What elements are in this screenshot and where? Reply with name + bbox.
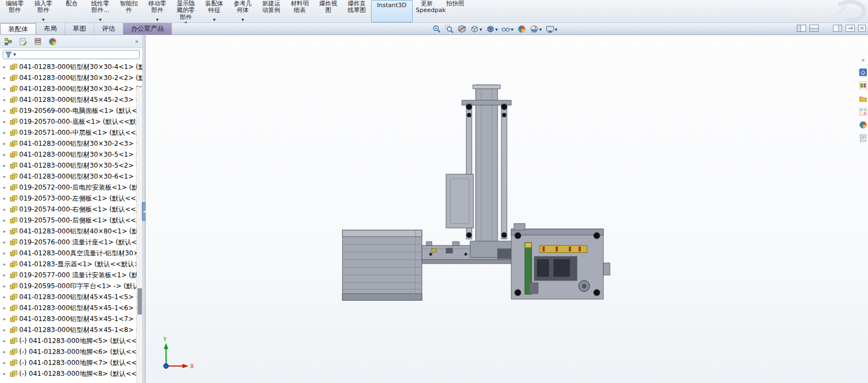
expand-arrow-icon[interactable]: ▸ <box>3 371 9 376</box>
tree-item[interactable]: ▸ 019-20573-000-左侧板<1> (默认<<默认>_显示状态 1>) <box>0 193 142 204</box>
tab-sketch[interactable]: 草图 <box>65 23 94 35</box>
smart-fasteners-button[interactable]: 智能扣件 ▼ <box>115 0 143 22</box>
tree-scrollbar-thumb[interactable] <box>138 288 142 315</box>
tree-item[interactable]: ▸ 041-01283-000铝型材45×45-1<8> (默认<<默认>_显示… <box>0 324 142 335</box>
expand-arrow-icon[interactable]: ▸ <box>3 119 9 124</box>
expand-arrow-icon[interactable]: ▸ <box>3 327 9 333</box>
panel-overflow-button[interactable]: » <box>135 38 139 45</box>
filter-dropdown-icon[interactable]: ▼ <box>13 53 16 57</box>
expand-arrow-icon[interactable]: ▸ <box>3 64 9 70</box>
tree-item[interactable]: ▸ 019-20577-000 流量计安装板<1> (默认<<默认>_显示状态 … <box>0 270 142 281</box>
display-style-button[interactable]: ▼ <box>485 24 499 34</box>
tree-item[interactable]: ▸ 041-01283-000真空流量计-铝型材30×30<1> <box>0 248 142 259</box>
tree-item[interactable]: ▸ 041-01283-000铝型材30×30-5<1> (默认<<默认>_显示… <box>0 149 142 160</box>
expand-arrow-icon[interactable]: ▸ <box>3 272 9 278</box>
graphics-area[interactable]: Y X « <box>146 35 868 383</box>
tree-item[interactable]: ▸ 019-20572-000-后电控安装板<1> (默认<<默认>_显示状态 … <box>0 182 142 193</box>
show-hidden-components-button[interactable]: 显示隐藏的零部件 ▼ <box>172 0 200 22</box>
expand-arrow-icon[interactable]: ▸ <box>3 338 9 344</box>
tree-item[interactable]: ▸ 041-01283-000铝型材30×30-6<1> (默认<<默认>_显示… <box>0 171 142 182</box>
solidworks-resources-icon[interactable] <box>859 68 867 76</box>
expand-arrow-icon[interactable]: ▸ <box>3 250 9 256</box>
view-orientation-button[interactable]: ▼ <box>469 24 483 34</box>
expand-arrow-icon[interactable]: ▸ <box>3 239 9 245</box>
taskpane-close-icon[interactable] <box>858 25 866 32</box>
zoom-to-area-button[interactable] <box>444 24 455 34</box>
expand-arrow-icon[interactable]: ▸ <box>3 261 9 267</box>
update-speedpak-button[interactable]: 更新 Speedpak ▼ <box>413 0 441 22</box>
tree-item[interactable]: ▸ 019-20574-000-右侧板<1> (默认<<默认>_显示状态 1>) <box>0 204 142 215</box>
edit-appearance-button[interactable] <box>516 24 527 34</box>
dropdown-arrow-icon[interactable]: ▼ <box>99 18 102 22</box>
taskpane-pin-icon[interactable] <box>846 25 855 32</box>
viewport-pane-left-icon[interactable] <box>797 25 806 32</box>
tree-item[interactable]: ▸ (-) 041-01283-000地脚<7> (默认<<默认>_显示状态 1… <box>0 357 142 368</box>
expand-arrow-icon[interactable]: ▸ <box>3 316 9 322</box>
instant3d-button[interactable]: Instant3D ▼ <box>371 0 413 22</box>
viewport-pane-bottom-icon[interactable] <box>809 25 819 32</box>
exploded-view-button[interactable]: 爆炸视图 ▼ <box>314 0 342 22</box>
expand-arrow-icon[interactable]: ▸ <box>3 75 9 81</box>
expand-arrow-icon[interactable]: ▸ <box>3 305 9 311</box>
tree-item[interactable]: ▸ 041-01283-000铝型材30×30-2<3> (默认<<默认>_显示… <box>0 138 142 149</box>
tab-evaluate[interactable]: 评估 <box>94 23 123 35</box>
tree-item[interactable]: ▸ 019-20571-000-中层板<1> (默认<<默认>_显示状态 1>) <box>0 127 142 138</box>
expand-arrow-icon[interactable]: ▸ <box>3 218 9 223</box>
view-palette-icon[interactable] <box>859 108 867 116</box>
tree-item[interactable]: ▸ 041-01283-000铝型材30×30-5<2> (默认<<默认>_显示… <box>0 160 142 171</box>
explode-line-sketch-button[interactable]: 爆炸直线草图 ▼ <box>342 0 371 22</box>
tab-assembly[interactable]: 装配体 <box>0 23 36 35</box>
tree-item[interactable]: ▸ (-) 041-01283-000地脚<8> (默认<<默认>_显示状态 1… <box>0 368 142 379</box>
displaymanager-tab[interactable] <box>48 37 57 46</box>
expand-arrow-icon[interactable]: ▸ <box>3 108 9 113</box>
file-explorer-icon[interactable] <box>859 95 867 102</box>
tree-item[interactable]: ▸ 019-20569-000-电脑面板<1> (默认<<默认>_显示状态 1>… <box>0 105 142 116</box>
expand-arrow-icon[interactable]: ▸ <box>3 196 9 201</box>
tree-item[interactable]: ▸ 041-01283-000铝型材30×30-4<1> (默认<<默认>_显示… <box>0 61 142 72</box>
expand-arrow-icon[interactable]: ▸ <box>3 163 9 168</box>
expand-arrow-icon[interactable]: ▸ <box>3 141 9 146</box>
dropdown-arrow-icon[interactable]: ▼ <box>156 18 159 22</box>
tree-item[interactable]: ▸ 041-01283-000铝型材30×30-4<2> (默认<<默认>_显示… <box>0 83 142 94</box>
tree-item[interactable]: ▸ 041-01283-000铝型材45×45-1<6> (默认<<默认>_显示… <box>0 302 142 313</box>
hide-show-items-button[interactable]: ▼ <box>500 24 515 34</box>
tree-item[interactable]: ▸ 019-20570-000-底板<1> (默认<<默认>_显示状态 1>) <box>0 116 142 127</box>
expand-arrow-icon[interactable]: ▸ <box>3 228 9 234</box>
filter-input[interactable] <box>18 51 138 58</box>
expand-arrow-icon[interactable]: ▸ <box>3 174 9 179</box>
tab-office-products[interactable]: 办公室产品 <box>123 23 172 35</box>
expand-arrow-icon[interactable]: ▸ <box>3 97 9 102</box>
expand-arrow-icon[interactable]: ▸ <box>3 185 9 190</box>
tree-item[interactable]: ▸ 041-01283-000铝型材40×80<1> (默认<<默认>_显示状态… <box>0 226 142 237</box>
bill-of-materials-button[interactable]: 材料明细表 ▼ <box>285 0 314 22</box>
expand-arrow-icon[interactable]: ▸ <box>3 360 9 365</box>
tree-item[interactable]: ▸ 041-01283-000铝型材30×30-2<2> (默认<<默认>_显示… <box>0 72 142 83</box>
taskpane-dock-icon[interactable] <box>833 25 842 32</box>
insert-components-button[interactable]: 插入零部件 ▼ <box>29 0 58 22</box>
new-motion-study-button[interactable]: 新建运动算例 ▼ <box>257 0 285 22</box>
tree-item[interactable]: ▸ 041-01283-000铝型材45×45-1<5> (默认<<默认>_显示… <box>0 291 142 302</box>
expand-arrow-icon[interactable]: ▸ <box>3 283 9 289</box>
custom-properties-icon[interactable] <box>859 134 867 142</box>
take-snapshot-button[interactable]: 拍快照 ▼ <box>441 0 470 22</box>
taskpane-collapse-icon[interactable]: « <box>861 57 865 63</box>
dropdown-arrow-icon[interactable]: ▼ <box>42 18 45 22</box>
linear-component-pattern-button[interactable]: 线性零部件... ▼ <box>86 0 115 22</box>
expand-arrow-icon[interactable]: ▸ <box>3 86 9 92</box>
tree-item[interactable]: ▸ 019-20576-000 流量计座<1> (默认<<默认>_显示状态 1>… <box>0 237 142 248</box>
tree-item[interactable]: ▸ 019-20575-000-后侧板<1> (默认<<默认>_显示状态 1>) <box>0 215 142 226</box>
expand-arrow-icon[interactable]: ▸ <box>3 349 9 355</box>
expand-arrow-icon[interactable]: ▸ <box>3 294 9 300</box>
dropdown-arrow-icon[interactable]: ▼ <box>242 18 244 22</box>
configurationmanager-tab[interactable] <box>33 37 42 46</box>
apply-scene-button[interactable]: ▼ <box>529 24 543 34</box>
tree-scrollbar[interactable] <box>136 87 142 383</box>
expand-arrow-icon[interactable]: ▸ <box>3 207 9 212</box>
mate-button[interactable]: 配合 ▼ <box>58 0 86 22</box>
reference-geometry-button[interactable]: 参考几何体 ▼ <box>229 0 257 22</box>
featuremanager-tree-tab[interactable] <box>4 37 13 46</box>
design-library-icon[interactable] <box>859 82 867 89</box>
tree-item[interactable]: ▸ 041-01283-000铝型材45×45-2<3> (默认<<默认>_显示… <box>0 94 142 105</box>
tree-item[interactable]: ▸ 041-01283-000铝型材45×45-1<7> (默认<<默认>_显示… <box>0 313 142 324</box>
section-view-button[interactable] <box>456 24 467 34</box>
